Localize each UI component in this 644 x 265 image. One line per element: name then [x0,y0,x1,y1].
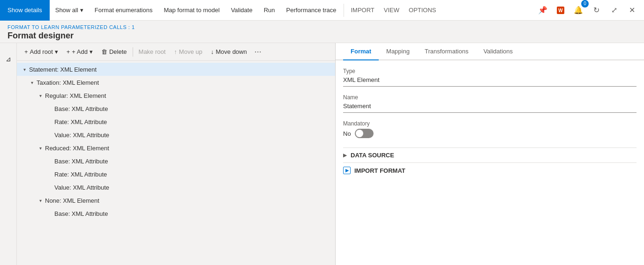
show-all-button[interactable]: Show all ▾ [50,0,89,21]
notification-icon[interactable]: 🔔 0 [570,2,587,19]
detail-panel: Format Mapping Transformations Validatio… [336,43,644,265]
chevron-down-icon: ▾ [37,92,44,99]
tree-item-label: Value: XML Attribute [54,184,109,191]
tree-item[interactable]: ▾ Regular: XML Element [17,89,335,102]
close-icon[interactable]: ✕ [623,2,640,19]
main-area: FORMAT TO LEARN PARAMETERIZED CALLS : 1 … [0,21,644,265]
open-new-icon[interactable]: ⤢ [606,2,622,19]
tree-item[interactable]: Rate: XML Attribute [17,168,335,181]
more-options-button[interactable]: ··· [252,46,264,58]
topbar: Show details Show all ▾ Format enumerati… [0,0,644,21]
tree-item-label: Base: XML Attribute [54,105,108,112]
tab-mapping[interactable]: Mapping [379,43,417,60]
badge-count: 0 [581,0,589,7]
tree-item[interactable]: Value: XML Attribute [17,128,335,141]
placeholder [46,157,53,165]
tab-transformations[interactable]: Transformations [417,43,476,60]
tree-toolbar: + + Add root Add root ▾ + + Add ▾ 🗑 Dele… [17,43,335,61]
tree-item-label: Taxation: XML Element [37,79,99,86]
page-title: Format designer [7,31,637,41]
tab-format[interactable]: Format [343,43,379,60]
placeholder [46,184,53,191]
chevron-down-icon: ▾ [28,79,36,86]
tree-item-label: Base: XML Attribute [54,158,108,165]
import-button[interactable]: IMPORT [346,0,379,21]
tree-item-label: None: XML Element [45,197,99,204]
chevron-down-icon: ▾ [90,48,93,55]
pin-icon[interactable]: 📌 [534,2,551,19]
topbar-right-icons: 📌 W 🔔 0 ↻ ⤢ ✕ [534,2,644,19]
plus-icon: + [67,48,70,55]
tree-item-label: Regular: XML Element [45,92,106,99]
tree-item-label: Statement: XML Element [29,66,97,73]
make-root-button[interactable]: Make root [135,46,170,57]
notification-bell: 🔔 [574,6,583,15]
tree-item[interactable]: Rate: XML Attribute [17,115,335,128]
mandatory-label: Mandatory [343,120,637,127]
move-down-button[interactable]: ↓ Move down [207,46,251,57]
tree-item-label: Rate: XML Attribute [54,118,107,125]
tree-item[interactable]: ▾ Taxation: XML Element [17,76,335,89]
filter-icon[interactable]: ⊿ [0,51,16,67]
svg-text:W: W [558,8,563,13]
sub-header: FORMAT TO LEARN PARAMETERIZED CALLS : 1 … [0,21,644,43]
tree-item[interactable]: ▾ Statement: XML Element [17,63,335,76]
mandatory-toggle-wrapper: No [343,129,637,138]
content-area: ⊿ + + Add root Add root ▾ + + Add ▾ 🗑 [0,43,644,265]
placeholder [46,118,53,125]
chevron-down-icon: ▾ [55,48,58,55]
view-button[interactable]: VIEW [379,0,404,21]
add-button[interactable]: + + Add ▾ [63,46,97,57]
options-button[interactable]: OPTIONS [404,0,441,21]
import-format-section[interactable]: ▶ IMPORT FORMAT [343,162,637,178]
chevron-right-icon: ▶ [343,153,347,158]
move-up-button[interactable]: ↑ Move up [170,46,206,57]
add-root-button[interactable]: + + Add root Add root ▾ [21,46,62,57]
delete-button[interactable]: 🗑 Delete [97,46,131,57]
placeholder [46,170,53,178]
filter-sidebar: ⊿ [0,43,17,265]
tree-item[interactable]: Base: XML Attribute [17,155,335,168]
arrow-down-icon: ↓ [211,48,214,55]
tree-item[interactable]: ▾ None: XML Element [17,194,335,207]
tree-panel: + + Add root Add root ▾ + + Add ▾ 🗑 Dele… [17,43,336,265]
tree-item-label: Value: XML Attribute [54,132,109,139]
tree-item[interactable]: Base: XML Attribute [17,102,335,115]
map-format-to-model-button[interactable]: Map format to model [158,0,225,21]
tree-item-label: Base: XML Attribute [54,210,108,217]
chevron-down-icon: ▾ [80,7,83,14]
breadcrumb: FORMAT TO LEARN PARAMETERIZED CALLS : 1 [7,24,637,30]
data-source-label: DATA SOURCE [351,152,394,159]
refresh-icon[interactable]: ↻ [588,2,605,19]
type-label: Type [343,68,637,74]
show-details-button[interactable]: Show details [0,0,50,21]
detail-tabs: Format Mapping Transformations Validatio… [336,43,644,60]
validate-button[interactable]: Validate [225,0,258,21]
performance-trace-button[interactable]: Performance trace [281,0,342,21]
plus-icon: + [24,48,28,55]
placeholder [46,210,53,217]
tree-item-label: Rate: XML Attribute [54,171,107,178]
office-icon[interactable]: W [552,2,569,19]
run-button[interactable]: Run [258,0,281,21]
mandatory-no-label: No [343,130,351,137]
arrow-up-icon: ↑ [174,48,177,55]
import-format-label: IMPORT FORMAT [354,167,405,174]
toggle-knob [356,130,363,137]
placeholder [46,105,53,112]
tab-validations[interactable]: Validations [476,43,520,60]
name-label: Name [343,94,637,101]
tree-item-label: Reduced: XML Element [45,145,109,152]
placeholder [46,131,53,139]
chevron-down-icon: ▾ [37,197,44,204]
mandatory-toggle[interactable] [355,129,374,138]
import-format-icon: ▶ [343,167,351,174]
delete-icon: 🗑 [101,48,107,55]
divider [344,4,344,17]
tree-item[interactable]: Base: XML Attribute [17,207,335,220]
data-source-section[interactable]: ▶ DATA SOURCE [343,147,637,162]
tree-item[interactable]: Value: XML Attribute [17,181,335,194]
tree-content: ▾ Statement: XML Element ▾ Taxation: XML… [17,61,335,265]
tree-item[interactable]: ▾ Reduced: XML Element [17,141,335,155]
format-enumerations-button[interactable]: Format enumerations [89,0,158,21]
